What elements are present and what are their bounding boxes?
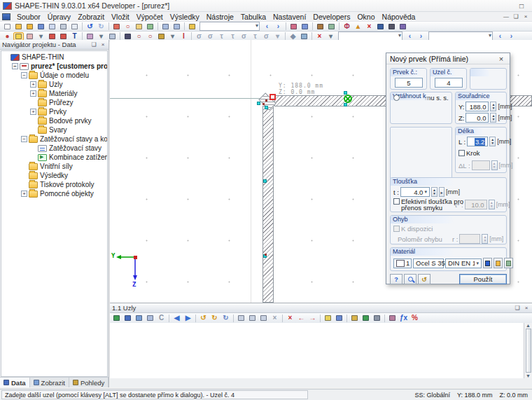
delete-row-icon[interactable] xyxy=(258,314,269,322)
draw-polyline-icon[interactable] xyxy=(24,32,35,41)
auto-hide-pin-icon[interactable]: ❏ xyxy=(514,305,521,311)
clear-table-icon[interactable]: C xyxy=(156,314,167,322)
guide-drop-icon[interactable]: ▾ xyxy=(326,32,336,41)
menu-napoveda[interactable]: Nápověda xyxy=(379,13,419,21)
material-name-field[interactable]: Ocel S 355 xyxy=(413,258,444,268)
dialog-close-icon[interactable]: × xyxy=(496,55,506,63)
tree-expander[interactable]: − xyxy=(21,72,27,78)
thickness-spinner[interactable]: ▲▼ xyxy=(431,187,438,197)
loadcase-next-icon[interactable]: › xyxy=(506,32,517,41)
element-number-field[interactable]: 5 xyxy=(395,78,423,88)
tree-expander[interactable]: + xyxy=(21,191,27,197)
tree-item-uzly[interactable]: +Uzly xyxy=(1,80,107,89)
tree-item-shape-thin[interactable]: SHAPE-THIN xyxy=(1,53,107,62)
menu-okno[interactable]: Okno xyxy=(354,13,378,21)
dimension-drop-icon[interactable]: ▾ xyxy=(96,32,106,41)
new-file-icon[interactable] xyxy=(2,22,13,31)
length-field[interactable]: 3.2 xyxy=(467,137,488,146)
panel-tab-data[interactable]: Data xyxy=(0,378,30,387)
view-next-icon[interactable]: › xyxy=(273,22,284,31)
edit-frame-icon[interactable] xyxy=(107,32,118,41)
stress-sigma-m-icon[interactable]: σ xyxy=(261,32,272,41)
menu-nastroje[interactable]: Nástroje xyxy=(203,13,237,21)
redo-icon[interactable]: ↻ xyxy=(96,22,106,31)
mdi-close-button[interactable]: × xyxy=(521,13,531,21)
undo-icon[interactable]: ↺ xyxy=(85,22,95,31)
table-vertical-scrollbar[interactable]: ▲▼ xyxy=(524,323,532,378)
material-standard-combo[interactable]: DIN EN 1993-1-1:▾ xyxy=(445,258,482,268)
messages-icon[interactable] xyxy=(300,22,310,31)
current-node-marker[interactable] xyxy=(270,94,276,100)
menu-soubor[interactable]: Soubor xyxy=(13,13,44,21)
node-handle[interactable] xyxy=(344,103,347,106)
material-library-button[interactable] xyxy=(483,258,492,268)
auto-hide-pin-icon[interactable]: ❏ xyxy=(90,41,97,48)
stability-warning-icon[interactable]: ▲ xyxy=(353,22,363,31)
notes-icon[interactable] xyxy=(323,314,333,322)
units-settings-icon[interactable] xyxy=(387,314,398,322)
window-split-horizontal-icon[interactable] xyxy=(160,22,171,31)
stress-tau-icon[interactable]: τ xyxy=(216,32,227,41)
camera-icon[interactable] xyxy=(386,22,397,31)
draw-line-drop-icon[interactable]: ▾ xyxy=(36,32,46,41)
maximize-button[interactable]: □ xyxy=(514,1,529,11)
stress-sigma-1-icon[interactable]: σ xyxy=(205,32,216,41)
info-icon[interactable] xyxy=(375,22,386,31)
tree-expander[interactable]: + xyxy=(30,109,36,115)
table-view-icon[interactable] xyxy=(134,314,144,322)
stress-sigma-x-icon[interactable]: σ xyxy=(194,32,204,41)
stress-sigma-eqv-icon[interactable]: σ xyxy=(239,32,249,41)
menu-vysledky[interactable]: Výsledky xyxy=(167,13,203,21)
table-filter-icon[interactable] xyxy=(145,314,155,322)
zoom-in-icon[interactable]: ○ xyxy=(134,32,144,41)
tree-item-vnitrni-sily[interactable]: Vnitřní síly xyxy=(1,162,107,171)
menu-vlozit[interactable]: Vložit xyxy=(108,13,133,21)
import-excel-icon[interactable] xyxy=(360,314,371,322)
tree-item-prurezy[interactable]: Průřezy xyxy=(1,98,107,107)
previous-table-icon[interactable]: ◀ xyxy=(172,314,182,322)
menu-tabulka[interactable]: Tabulka xyxy=(237,13,270,21)
menu-vypocet[interactable]: Výpočet xyxy=(133,13,167,21)
edit-comment-icon[interactable] xyxy=(349,314,360,322)
draw-line-icon[interactable] xyxy=(13,32,24,41)
close-panel-icon[interactable]: × xyxy=(99,41,106,48)
radio-icon[interactable] xyxy=(393,95,400,101)
z-spinner[interactable]: ▲▼ xyxy=(490,113,496,123)
scroll-up-icon[interactable]: ▲ xyxy=(526,323,531,328)
view-combo[interactable] xyxy=(200,22,260,31)
tree-item-prvky[interactable]: +Prvky xyxy=(1,107,107,116)
result-panel-icon[interactable] xyxy=(299,32,309,41)
tree-item-bodove-prvky[interactable]: Bodové prvky xyxy=(1,116,107,125)
section-prev-icon[interactable]: ‹ xyxy=(405,32,415,41)
view-prev-icon[interactable]: ‹ xyxy=(262,22,272,31)
zoom-window-icon[interactable] xyxy=(134,22,144,31)
y-spinner[interactable]: ▲▼ xyxy=(490,102,496,111)
step-checkbox[interactable] xyxy=(458,150,465,156)
dimension-icon[interactable] xyxy=(85,32,95,41)
section-next-icon[interactable]: › xyxy=(416,32,426,41)
open-icon[interactable] xyxy=(13,22,24,31)
tree-item-prurez-customers-projects[interactable]: −prurez* [customers projects] xyxy=(1,62,107,71)
save-all-icon[interactable] xyxy=(47,22,57,31)
tree-item-udaje-o-modelu[interactable]: −Údaje o modelu xyxy=(1,71,107,80)
thickness-field[interactable]: 4.0▾ xyxy=(400,187,430,197)
open-project-icon[interactable] xyxy=(24,22,35,31)
effective-thickness-checkbox[interactable] xyxy=(393,198,400,205)
tree-expander[interactable]: − xyxy=(12,63,18,69)
refresh-table-icon[interactable]: ↻ xyxy=(220,314,231,322)
tree-item-zatezovaci-stavy[interactable]: Zatěžovací stavy xyxy=(1,144,107,153)
result-diagram-icon[interactable]: ◆ xyxy=(288,32,298,41)
calculator-icon[interactable] xyxy=(334,314,344,322)
select-node-icon[interactable]: ● xyxy=(2,32,13,41)
thickness-pick-button[interactable]: ▸ xyxy=(439,187,444,197)
menu-nastaveni[interactable]: Nastavení xyxy=(270,13,309,21)
zoom-detail-button[interactable] xyxy=(404,274,416,284)
export-excel-icon[interactable] xyxy=(111,314,122,322)
print-preview-icon[interactable] xyxy=(69,22,80,31)
tree-expander[interactable]: + xyxy=(30,81,36,88)
tree-item-kombinace-zatizeni[interactable]: Kombinace zatížení xyxy=(1,153,107,162)
plugins-icon[interactable] xyxy=(398,22,408,31)
save-icon[interactable] xyxy=(36,22,46,31)
tree-expander[interactable]: − xyxy=(21,136,27,142)
set-pointer-icon[interactable]: × xyxy=(285,314,295,322)
